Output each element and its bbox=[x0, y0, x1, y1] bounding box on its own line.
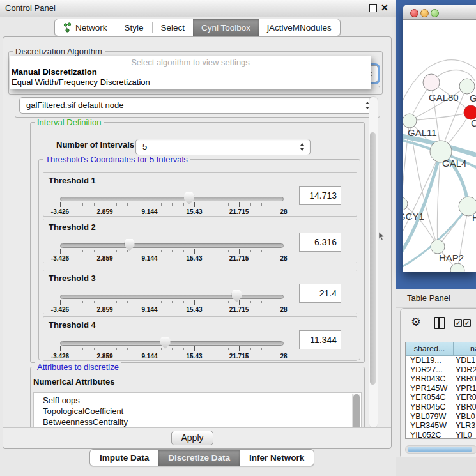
tab-discretize-data[interactable]: Discretize Data bbox=[158, 450, 240, 466]
num-intervals-combo[interactable]: 5 bbox=[135, 139, 311, 155]
cell[interactable]: YLR345W bbox=[406, 421, 453, 431]
algorithm-option-manual[interactable]: Manual Discretization bbox=[12, 67, 97, 77]
algorithm-option-equal-width[interactable]: Equal Width/Frequency Discretization bbox=[12, 77, 150, 87]
cell[interactable]: YBL0 bbox=[453, 412, 476, 422]
node-gcy1[interactable] bbox=[403, 197, 408, 210]
node-gal11[interactable] bbox=[403, 114, 417, 128]
threshold-2-slider[interactable]: -3.426 2.859 9.144 15.43 21.715 28 bbox=[60, 238, 284, 263]
minimize-traffic-light-icon[interactable] bbox=[420, 9, 429, 17]
tick-label: 21.715 bbox=[229, 255, 249, 262]
table-row[interactable]: YBR045CYBR0 bbox=[406, 403, 476, 412]
num-intervals-label: Number of Intervals bbox=[56, 140, 134, 150]
threshold-4-slider[interactable]: -3.426 2.859 9.144 15.43 21.715 28 bbox=[60, 336, 284, 360]
tab-impute-data[interactable]: Impute Data bbox=[90, 450, 158, 466]
column-header-name[interactable]: na bbox=[454, 342, 476, 356]
list-scrollbar-thumb[interactable] bbox=[353, 394, 360, 427]
table-row[interactable]: YER054CYER0 bbox=[406, 393, 476, 403]
tab-style[interactable]: Style bbox=[116, 19, 152, 36]
table-row[interactable]: YBR043CYBR0 bbox=[406, 374, 476, 384]
attributes-group: Attributes to discretize Numerical Attri… bbox=[30, 367, 365, 427]
cell[interactable]: YBL079W bbox=[406, 412, 453, 422]
list-scrollbar[interactable] bbox=[352, 394, 360, 427]
float-window-icon[interactable] bbox=[369, 4, 377, 12]
close-traffic-light-icon[interactable] bbox=[410, 9, 418, 17]
checkbox-icon[interactable]: ✓ bbox=[454, 319, 462, 327]
table-row[interactable]: YIL052CYIL0 bbox=[406, 431, 476, 439]
cell[interactable]: YPR145W bbox=[406, 384, 453, 394]
list-item[interactable]: TopologicalCoefficient bbox=[34, 406, 361, 417]
cell[interactable]: YIL052C bbox=[406, 431, 453, 439]
tab-jactivemnodules-label: jActiveMNodules bbox=[267, 23, 332, 33]
mouse-cursor bbox=[378, 232, 385, 241]
threshold-1-value-field[interactable]: 14.713 bbox=[299, 186, 341, 205]
threshold-2-value-field[interactable]: 6.316 bbox=[299, 233, 341, 252]
cell[interactable]: YBR0 bbox=[453, 374, 476, 384]
tab-infer-network[interactable]: Infer Network bbox=[240, 450, 314, 466]
tab-cyni-toolbox-label: Cyni Toolbox bbox=[201, 23, 250, 33]
threshold-4-label: Threshold 4 bbox=[49, 320, 96, 330]
node-ga[interactable] bbox=[459, 79, 475, 94]
list-item[interactable]: BetweennessCentrality bbox=[34, 417, 361, 427]
cell[interactable]: YIL0 bbox=[453, 431, 476, 439]
slider-track[interactable] bbox=[60, 197, 284, 201]
node-gal80[interactable] bbox=[423, 74, 440, 91]
tab-select-label: Select bbox=[161, 23, 185, 33]
threshold-4-value-field[interactable]: 11.344 bbox=[299, 330, 341, 349]
threshold-3-slider[interactable]: -3.426 2.859 9.144 15.43 21.715 28 bbox=[60, 289, 284, 314]
apply-button[interactable]: Apply bbox=[171, 431, 213, 445]
threshold-3-value-field[interactable]: 21.4 bbox=[299, 284, 341, 303]
table-horizontal-scrollbar-thumb[interactable] bbox=[408, 447, 472, 452]
table-panel-footer bbox=[396, 457, 476, 476]
slider-track[interactable] bbox=[60, 243, 284, 248]
slider-track[interactable] bbox=[60, 295, 284, 299]
table-horizontal-scrollbar[interactable] bbox=[405, 445, 476, 454]
tick-label: 28 bbox=[280, 306, 287, 313]
slider-ticks bbox=[60, 202, 284, 208]
threshold-1-slider[interactable]: -3.426 2.859 9.144 15.43 21.715 28 bbox=[60, 192, 284, 216]
cell[interactable]: YBR045C bbox=[406, 403, 453, 412]
cell[interactable]: YLR3 bbox=[453, 421, 476, 431]
tab-jactivemnodules[interactable]: jActiveMNodules bbox=[259, 19, 340, 36]
panel-scrollbar[interactable] bbox=[369, 96, 378, 428]
tab-infer-network-label: Infer Network bbox=[249, 453, 304, 463]
cell[interactable]: YPR1 bbox=[453, 384, 476, 394]
node-label: GAL80 bbox=[429, 92, 459, 103]
checkbox-icon[interactable]: ✓ bbox=[463, 319, 471, 327]
slider-tick-labels: -3.426 2.859 9.144 15.43 21.715 28 bbox=[60, 208, 284, 216]
slider-track[interactable] bbox=[60, 341, 284, 346]
attributes-group-title: Attributes to discretize bbox=[35, 362, 121, 372]
node-hap2[interactable] bbox=[431, 240, 445, 254]
cell[interactable]: YDR2 bbox=[453, 365, 476, 375]
cell[interactable]: YDL19... bbox=[406, 356, 453, 365]
control-panel-tabs: Network Style Select Cyni Toolbox jActiv… bbox=[54, 19, 341, 36]
tick-label: 2.859 bbox=[96, 353, 112, 360]
tick-label: 15.43 bbox=[186, 353, 202, 360]
cell[interactable]: YDR27... bbox=[406, 365, 453, 375]
node-label: GA bbox=[470, 93, 476, 104]
network-window[interactable]: GAL80 GA C GAL11 GAL4 GCY1 H HAP2 bbox=[403, 5, 476, 272]
tab-cyni-toolbox[interactable]: Cyni Toolbox bbox=[193, 19, 259, 36]
cell[interactable]: YBR0 bbox=[453, 403, 476, 412]
cell[interactable]: YER054C bbox=[406, 393, 453, 403]
panel-scrollbar-thumb[interactable] bbox=[370, 132, 376, 385]
column-header-shared-name[interactable]: shared... bbox=[406, 342, 454, 356]
zoom-traffic-light-icon[interactable] bbox=[431, 9, 439, 17]
close-icon[interactable]: ✕ bbox=[381, 3, 388, 13]
table-row[interactable]: YDR27...YDR2 bbox=[406, 365, 476, 375]
network-icon bbox=[63, 22, 72, 33]
column-layout-icon[interactable] bbox=[434, 317, 445, 329]
cell[interactable]: YBR043C bbox=[406, 374, 453, 384]
interval-definition-title: Interval Definition bbox=[35, 118, 104, 127]
list-item[interactable]: SelfLoops bbox=[34, 393, 361, 406]
tab-select[interactable]: Select bbox=[153, 19, 194, 36]
gear-icon[interactable]: ⚙ bbox=[411, 315, 421, 329]
table-row[interactable]: YLR345WYLR3 bbox=[406, 421, 476, 431]
table-row[interactable]: YBL079WYBL0 bbox=[406, 412, 476, 422]
table-row[interactable]: YPR145WYPR1 bbox=[406, 384, 476, 394]
network-canvas[interactable]: GAL80 GA C GAL11 GAL4 GCY1 H HAP2 bbox=[403, 20, 476, 272]
tab-network[interactable]: Network bbox=[55, 19, 116, 36]
table-data-combo[interactable]: galFiltered.sif default node bbox=[19, 97, 376, 114]
table-row[interactable]: YDL19...YDL1 bbox=[406, 356, 476, 365]
cell[interactable]: YER0 bbox=[453, 393, 476, 403]
cell[interactable]: YDL1 bbox=[453, 356, 476, 365]
